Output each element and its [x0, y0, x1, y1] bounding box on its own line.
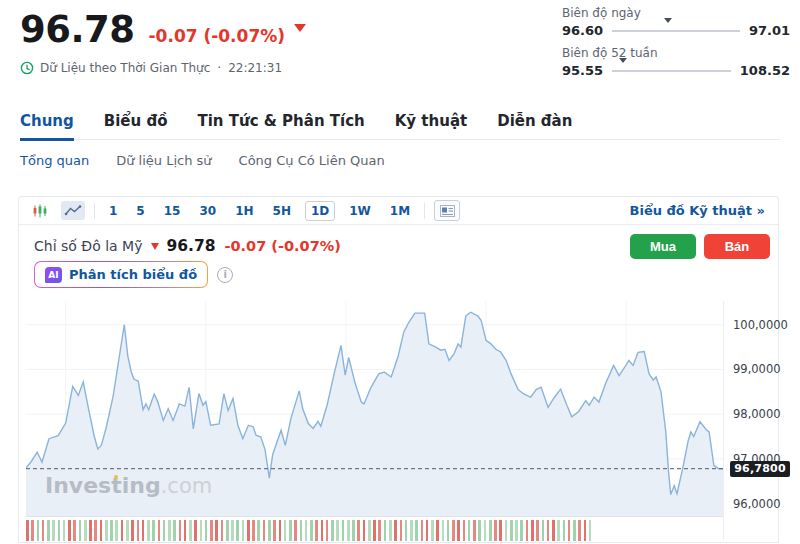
news-panel-icon[interactable]	[434, 200, 460, 221]
chart-price: 96.78	[166, 237, 215, 255]
timeframe-1d[interactable]: 1D	[305, 201, 335, 221]
ai-analysis-button[interactable]: AI Phân tích biểu đồ	[34, 261, 208, 288]
subnav-cong-cu[interactable]: Công Cụ Có Liên Quan	[239, 153, 385, 168]
chart-change: -0.07 (-0.07%)	[224, 238, 340, 254]
volume-bar	[352, 520, 355, 541]
volume-bar	[557, 520, 560, 541]
day-range-slider: 96.60 97.01	[562, 23, 790, 38]
volume-bar	[400, 520, 403, 541]
timeframe-1h[interactable]: 1H	[230, 202, 258, 220]
volume-bar	[389, 520, 392, 541]
volume-bar	[231, 520, 234, 541]
volume-bar	[520, 520, 523, 541]
tab-tin-tuc[interactable]: Tin Tức & Phân Tích	[198, 106, 365, 139]
timeframe-1[interactable]: 1	[104, 202, 122, 220]
volume-bar	[478, 520, 481, 541]
info-icon[interactable]: i	[217, 267, 233, 283]
volume-bar	[531, 520, 534, 541]
volume-bar	[426, 520, 429, 541]
candlestick-chart-icon[interactable]	[28, 201, 52, 220]
volume-bar	[463, 520, 466, 541]
volume-bar	[284, 520, 287, 541]
down-arrow-icon	[151, 243, 159, 250]
line-chart-icon[interactable]	[61, 201, 85, 220]
timeframe-1m[interactable]: 1M	[385, 202, 415, 220]
price-change: -0.07 (-0.07%)	[149, 26, 286, 46]
volume-bar	[300, 520, 303, 541]
volume-bar	[336, 520, 339, 541]
y-axis-label: 99,0000	[733, 362, 797, 376]
ranges-panel: Biên độ ngày 96.60 97.01 Biên độ 52 tuần…	[562, 6, 790, 86]
tab-dien-dan[interactable]: Diễn đàn	[497, 106, 572, 139]
volume-bar	[489, 520, 492, 541]
volume-bar	[499, 520, 502, 541]
volume-bar	[63, 520, 66, 541]
buy-button[interactable]: Mua	[630, 234, 696, 259]
sub-nav: Tổng quan Dữ liệu Lịch sử Công Cụ Có Liê…	[20, 153, 385, 168]
volume-bar	[84, 520, 87, 541]
volume-bar	[184, 520, 187, 541]
volume-bar	[31, 520, 34, 541]
volume-bar	[26, 520, 29, 541]
volume-bar	[252, 520, 255, 541]
volume-bar	[194, 520, 197, 541]
volume-bar	[542, 520, 545, 541]
volume-bar	[431, 520, 434, 541]
quote-block: 96.78 -0.07 (-0.07%)	[20, 8, 306, 51]
volume-bar	[221, 520, 224, 541]
realtime-label: Dữ Liệu theo Thời Gian Thực	[40, 61, 210, 75]
week52-range-low: 95.55	[562, 63, 603, 78]
sell-button[interactable]: Bán	[704, 234, 770, 259]
volume-bar	[510, 520, 513, 541]
volume-bar	[326, 520, 329, 541]
volume-bar	[547, 520, 550, 541]
volume-bar	[205, 520, 208, 541]
volume-bar	[263, 520, 266, 541]
volume-bar	[484, 520, 487, 541]
volume-bar	[363, 520, 366, 541]
volume-bar	[394, 520, 397, 541]
volume-bar	[52, 520, 55, 541]
volume-bar	[142, 520, 145, 541]
volume-bar	[152, 520, 155, 541]
chart-header: Chỉ số Đô la Mỹ 96.78 -0.07 (-0.07%) Mua…	[34, 233, 770, 259]
instrument-name: Chỉ số Đô la Mỹ	[34, 238, 142, 254]
volume-bar	[315, 520, 318, 541]
volume-bar	[105, 520, 108, 541]
volume-bar	[505, 520, 508, 541]
timeframe-1w[interactable]: 1W	[344, 202, 376, 220]
volume-bar	[147, 520, 150, 541]
timeframe-5[interactable]: 5	[131, 202, 149, 220]
volume-bar	[110, 520, 113, 541]
quote-time: 22:21:31	[228, 61, 282, 75]
volume-bar	[526, 520, 529, 541]
quote-dropdown-arrow-icon[interactable]	[294, 24, 306, 32]
y-axis-label: 96,0000	[733, 497, 797, 511]
volume-bar	[373, 520, 376, 541]
volume-bar	[210, 520, 213, 541]
tab-bieu-do[interactable]: Biểu đồ	[104, 106, 168, 139]
technical-chart-link[interactable]: Biểu đồ Kỹ thuật »	[630, 203, 765, 218]
tab-chung[interactable]: Chung	[20, 106, 74, 141]
tab-ky-thuat[interactable]: Kỹ thuật	[395, 106, 467, 139]
volume-bar	[347, 520, 350, 541]
volume-bar	[468, 520, 471, 541]
toolbar-divider	[94, 203, 95, 219]
subnav-du-lieu-lich-su[interactable]: Dữ liệu Lịch sử	[116, 153, 211, 168]
clock-icon	[20, 61, 34, 75]
separator-dot: ·	[217, 61, 221, 75]
y-axis-label: 98,0000	[733, 407, 797, 421]
volume-bar	[305, 520, 308, 541]
toolbar-divider	[424, 203, 425, 219]
subnav-tong-quan[interactable]: Tổng quan	[20, 153, 89, 168]
volume-bar	[37, 520, 40, 541]
timeframe-30[interactable]: 30	[194, 202, 221, 220]
volume-bar	[342, 520, 345, 541]
timeframe-5h[interactable]: 5H	[268, 202, 296, 220]
volume-bar	[100, 520, 103, 541]
timeframe-15[interactable]: 15	[159, 202, 186, 220]
week52-range-track	[612, 70, 731, 72]
investing-watermark: Investing.com	[45, 473, 212, 498]
volume-bar	[357, 520, 360, 541]
volume-bar	[131, 520, 134, 541]
